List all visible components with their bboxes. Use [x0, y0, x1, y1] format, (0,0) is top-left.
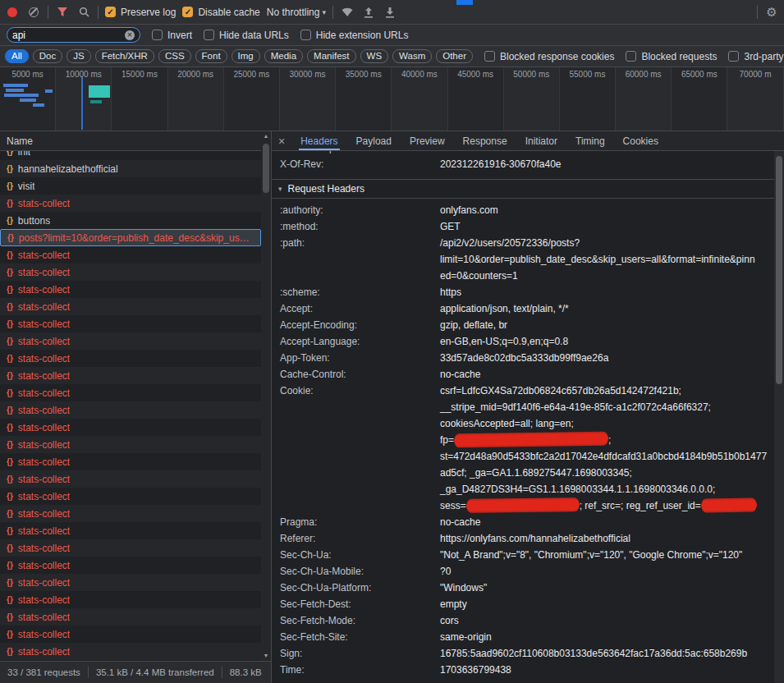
timeline-tick: 20000 ms: [168, 67, 224, 131]
tab-timing[interactable]: Timing: [566, 131, 614, 150]
request-row[interactable]: {}stats-collect: [0, 195, 261, 212]
import-har-button[interactable]: [361, 5, 376, 20]
hide-extension-urls-checkbox[interactable]: Hide extension URLs: [300, 30, 409, 41]
timeline-overview[interactable]: 5000 ms10000 ms15000 ms20000 ms25000 ms3…: [0, 67, 784, 131]
scrollbar-thumb[interactable]: [263, 144, 269, 193]
request-row[interactable]: {}stats-collect: [0, 626, 261, 643]
transferred-size: 35.1 kB / 4.4 MB transferred: [89, 667, 222, 678]
request-list-scrollbar[interactable]: ▲ ▼: [261, 131, 271, 661]
request-row[interactable]: {}stats-collect: [0, 419, 261, 436]
request-row[interactable]: {}posts?limit=10&order=publish_date_desc…: [0, 229, 261, 246]
name-column-header[interactable]: Name: [0, 131, 261, 151]
request-row[interactable]: {}stats-collect: [0, 436, 261, 453]
request-row[interactable]: {}stats-collect: [0, 539, 261, 557]
invert-checkbox[interactable]: Invert: [152, 30, 192, 41]
request-row[interactable]: {}stats-collect: [0, 315, 261, 332]
request-row[interactable]: {}buttons: [0, 212, 261, 229]
request-name: stats-collect: [18, 474, 70, 485]
disable-cache-checkbox[interactable]: Disable cache: [182, 7, 259, 18]
request-row[interactable]: {}hannahelizabethofficial: [0, 160, 261, 177]
header-value-text: onlyfans.com: [440, 204, 498, 216]
filter-input[interactable]: api ×: [7, 27, 140, 43]
header-value-line: __stripe_mid=9df140f6-e64a-419e-85fc-a1c…: [440, 399, 774, 415]
request-row[interactable]: {}stats-collect: [0, 522, 261, 539]
request-row[interactable]: {}stats-collect: [0, 488, 261, 505]
request-row[interactable]: {}stats-collect: [0, 557, 261, 574]
header-value-line: sess=; ref_src=; reg_ref_user_id=: [440, 497, 774, 514]
tab-initiator[interactable]: Initiator: [516, 131, 566, 150]
request-row[interactable]: {}stats-collect: [0, 246, 261, 264]
type-filter-doc[interactable]: Doc: [33, 49, 62, 63]
settings-button[interactable]: ⚙: [764, 5, 779, 20]
json-braces-icon: {}: [7, 164, 13, 173]
scroll-up-icon[interactable]: ▲: [264, 131, 269, 141]
export-har-button[interactable]: [383, 5, 397, 20]
details-tab-list: HeadersPayloadPreviewResponseInitiatorTi…: [291, 131, 667, 150]
request-row[interactable]: {}stats-collect: [0, 453, 261, 470]
request-row[interactable]: {}stats-collect: [0, 574, 261, 591]
request-row[interactable]: {}stats-collect: [0, 367, 261, 384]
request-row[interactable]: {}stats-collect: [0, 298, 261, 315]
type-filter-img[interactable]: Img: [232, 49, 260, 63]
request-name: buttons: [18, 215, 50, 227]
request-row[interactable]: {}stats-collect: [0, 608, 261, 626]
request-row[interactable]: {}stats-collect: [0, 332, 261, 350]
request-row[interactable]: {}stats-collect: [0, 281, 261, 298]
tab-cookies[interactable]: Cookies: [614, 131, 667, 150]
type-filter-fetch-xhr[interactable]: Fetch/XHR: [95, 49, 154, 63]
type-filter-css[interactable]: CSS: [158, 49, 191, 63]
resource-type-bar: AllDocJSFetch/XHRCSSFontImgMediaManifest…: [0, 46, 784, 67]
json-braces-icon: {}: [7, 509, 13, 518]
tab-response[interactable]: Response: [454, 131, 516, 150]
request-row[interactable]: {}stats-collect: [0, 350, 261, 367]
type-filter-manifest[interactable]: Manifest: [307, 49, 355, 63]
request-row[interactable]: {}stats-collect: [0, 401, 261, 419]
preserve-log-checkbox[interactable]: Preserve log: [105, 7, 176, 18]
type-filter-other[interactable]: Other: [436, 49, 473, 63]
request-name: stats-collect: [18, 267, 70, 278]
details-scrollbar[interactable]: [774, 151, 784, 683]
header-value-text: st=472d48a90d5433bfc2a2d17042e4dfdcafd31…: [440, 451, 767, 462]
details-scrollbar-thumb[interactable]: [776, 156, 782, 384]
throttling-select[interactable]: No throttling ▾: [267, 7, 326, 18]
search-button[interactable]: [76, 5, 91, 20]
third-party-requests-checkbox[interactable]: 3rd-party requests: [728, 51, 784, 62]
clear-log-button[interactable]: [26, 5, 41, 20]
request-row[interactable]: {}init: [0, 151, 261, 160]
request-row[interactable]: {}stats-collect: [0, 384, 261, 401]
type-filter-wasm[interactable]: Wasm: [392, 49, 432, 63]
blocked-response-cookies-checkbox[interactable]: Blocked response cookies: [484, 51, 614, 62]
type-filter-js[interactable]: JS: [66, 49, 90, 63]
request-row[interactable]: {}stats-collect: [0, 264, 261, 281]
type-filter-media[interactable]: Media: [264, 49, 303, 63]
filter-toggle-button[interactable]: [55, 5, 70, 20]
hide-data-urls-checkbox[interactable]: Hide data URLs: [204, 30, 289, 41]
header-value: cors: [440, 612, 774, 629]
blocked-requests-checkbox[interactable]: Blocked requests: [626, 51, 717, 62]
scroll-down-icon[interactable]: ▼: [264, 651, 269, 661]
request-row[interactable]: {}stats-collect: [0, 505, 261, 522]
tab-preview[interactable]: Preview: [401, 131, 454, 150]
type-filter-font[interactable]: Font: [195, 49, 227, 63]
request-row[interactable]: {}stats-collect: [0, 470, 261, 488]
tab-headers[interactable]: Headers: [291, 131, 346, 150]
details-tab-bar: × HeadersPayloadPreviewResponseInitiator…: [272, 131, 784, 151]
header-value-text: DENY: [440, 151, 467, 154]
request-name: stats-collect: [18, 387, 70, 399]
header-value-line: gzip, deflate, br: [440, 317, 774, 333]
header-value-text: 33d57ade8c02dbc5a333db99ff9ae26a: [440, 352, 608, 364]
header-name: Sec-Fetch-Mode:: [280, 612, 440, 629]
tab-payload[interactable]: Payload: [347, 131, 401, 150]
request-headers-section[interactable]: ▾ Request Headers: [272, 179, 774, 199]
header-row: Sec-Ch-Ua-Platform:"Windows": [272, 580, 774, 596]
clear-filter-icon[interactable]: ×: [125, 30, 135, 40]
type-filter-all[interactable]: All: [5, 49, 29, 63]
request-row[interactable]: {}stats-collect: [0, 643, 261, 660]
request-row[interactable]: {}stats-collect: [0, 591, 261, 608]
request-row[interactable]: {}visit: [0, 177, 261, 195]
type-filter-ws[interactable]: WS: [360, 49, 389, 63]
json-braces-icon: {}: [7, 578, 13, 587]
network-conditions-button[interactable]: [340, 5, 355, 20]
close-details-icon[interactable]: ×: [278, 135, 285, 147]
record-button[interactable]: [5, 5, 20, 20]
